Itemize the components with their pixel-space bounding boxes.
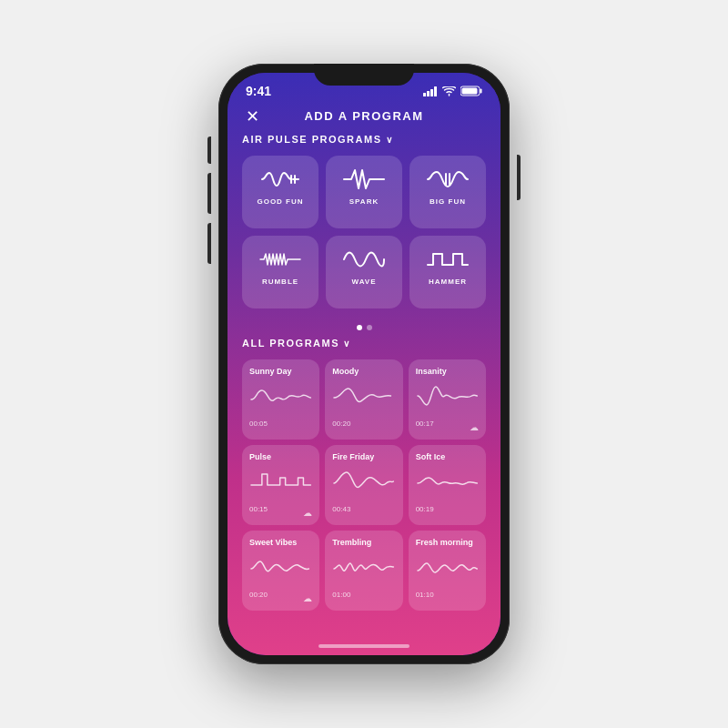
program-card-fresh-morning[interactable]: Fresh morning 01:10 [409, 531, 486, 611]
program-card-moody[interactable]: Moody 00:20 [325, 359, 402, 440]
home-indicator [228, 637, 500, 655]
phone-frame: 9:41 [218, 64, 510, 664]
chevron-down-icon: ∨ [386, 135, 394, 145]
program-card-spark[interactable]: SPARK [326, 156, 402, 228]
rumble-label: RUMBLE [262, 278, 298, 286]
phone-screen: 9:41 [228, 73, 500, 655]
program-card-wave[interactable]: WAVE [326, 236, 402, 308]
hammer-wave-icon [426, 247, 470, 272]
pagination-dots [228, 318, 500, 338]
all-programs-chevron-icon: ∨ [343, 339, 351, 349]
svg-rect-0 [423, 93, 426, 96]
volume-up-button [207, 173, 211, 214]
soft-ice-time: 00:19 [416, 505, 479, 513]
good-fun-label: GOOD FUN [257, 197, 303, 206]
program-card-sweet-vibes[interactable]: Sweet Vibes 00:20 ☁ [242, 531, 319, 611]
svg-rect-6 [462, 88, 478, 95]
insanity-name: Insanity [416, 367, 479, 376]
all-programs-grid: Sunny Day 00:05 Moody 00:20 Insani [228, 359, 500, 611]
program-card-good-fun[interactable]: GOOD FUN [242, 156, 318, 228]
battery-icon [460, 86, 482, 96]
program-card-pulse[interactable]: Pulse 00:15 ☁ [242, 445, 319, 525]
air-pulse-grid: GOOD FUN SPARK BIG FUN [228, 156, 500, 308]
big-fun-label: BIG FUN [430, 197, 466, 206]
wave-label: WAVE [352, 278, 377, 286]
moody-wave [332, 379, 395, 412]
svg-rect-1 [427, 91, 430, 96]
volume-down-button [207, 223, 211, 264]
fire-friday-time: 00:43 [332, 505, 395, 513]
program-card-trembling[interactable]: Trembling 01:00 [325, 531, 402, 611]
program-card-fire-friday[interactable]: Fire Friday 00:43 [325, 445, 402, 525]
hammer-label: HAMMER [429, 278, 467, 286]
program-card-sunny-day[interactable]: Sunny Day 00:05 [242, 359, 319, 440]
trembling-name: Trembling [332, 538, 395, 547]
program-card-rumble[interactable]: RUMBLE [242, 236, 318, 308]
big-fun-wave-icon [426, 167, 470, 192]
fresh-morning-wave [416, 551, 479, 583]
rumble-wave-icon [258, 247, 302, 272]
sunny-day-name: Sunny Day [249, 367, 312, 376]
fresh-morning-name: Fresh morning [416, 538, 479, 547]
home-bar [318, 644, 410, 648]
svg-rect-5 [480, 89, 482, 94]
page-title: ADD A PROGRAM [304, 109, 423, 123]
fire-friday-name: Fire Friday [332, 452, 395, 461]
insanity-cloud-icon: ☁ [470, 422, 479, 432]
spark-wave-icon [342, 167, 386, 192]
pulse-cloud-icon: ☁ [303, 508, 312, 518]
status-icons [423, 86, 482, 96]
program-card-hammer[interactable]: HAMMER [410, 236, 486, 308]
pulse-wave [249, 465, 312, 498]
moody-time: 00:20 [332, 420, 395, 428]
spark-label: SPARK [349, 197, 379, 206]
program-card-insanity[interactable]: Insanity 00:17 ☁ [409, 359, 486, 440]
silent-button [207, 136, 211, 164]
fresh-morning-time: 01:10 [416, 591, 479, 599]
trembling-wave [332, 551, 395, 583]
program-card-soft-ice[interactable]: Soft Ice 00:19 [409, 445, 486, 525]
fire-friday-wave [332, 465, 395, 498]
sunny-day-time: 00:05 [249, 420, 312, 428]
insanity-wave [416, 379, 479, 412]
wifi-icon [442, 86, 456, 96]
power-button [517, 155, 521, 200]
sunny-day-wave [249, 379, 312, 412]
svg-rect-3 [434, 86, 437, 96]
close-button[interactable]: ✕ [246, 106, 259, 126]
sweet-vibes-wave [249, 551, 312, 583]
program-card-big-fun[interactable]: BIG FUN [410, 156, 486, 228]
status-time: 9:41 [246, 84, 271, 98]
wave-wave-icon [342, 247, 386, 272]
main-content: ✕ ADD A PROGRAM AIR PULSE PROGRAMS ∨ GOO… [228, 102, 500, 637]
signal-icon [423, 86, 438, 96]
sweet-vibes-name: Sweet Vibes [249, 538, 312, 547]
dot-1 [357, 325, 362, 330]
good-fun-wave-icon [258, 167, 302, 192]
soft-ice-name: Soft Ice [416, 452, 479, 461]
page-header: ✕ ADD A PROGRAM [228, 102, 500, 134]
svg-rect-2 [430, 89, 433, 96]
trembling-time: 01:00 [332, 591, 395, 599]
moody-name: Moody [332, 367, 395, 376]
soft-ice-wave [416, 465, 479, 498]
pulse-name: Pulse [249, 452, 312, 461]
air-pulse-section-title: AIR PULSE PROGRAMS ∨ [228, 134, 500, 156]
sweet-vibes-cloud-icon: ☁ [303, 593, 312, 603]
all-programs-section-title: ALL PROGRAMS ∨ [228, 338, 500, 359]
notch [314, 64, 414, 86]
dot-2 [367, 325, 372, 330]
